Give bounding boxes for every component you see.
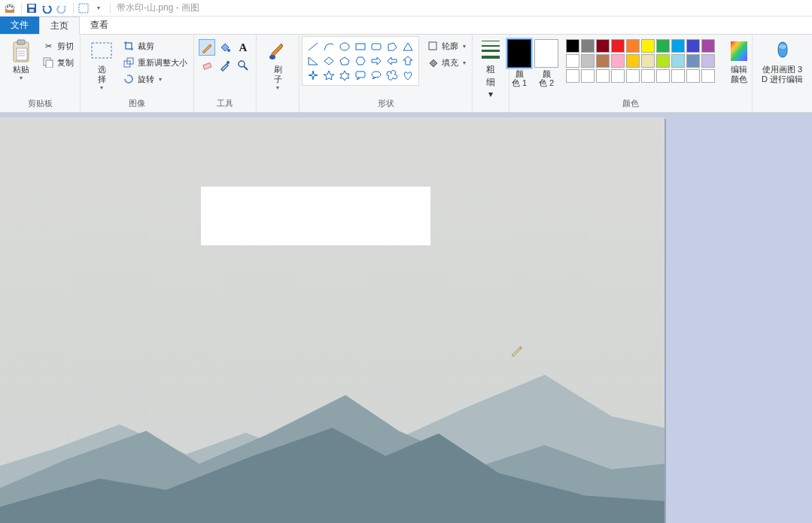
color2-well[interactable]: [534, 39, 558, 68]
shape-callout-rect[interactable]: [353, 68, 368, 82]
swatch[interactable]: [671, 54, 685, 68]
fill-button[interactable]: 填充 ▾: [425, 56, 467, 69]
shape-hexagon: [353, 54, 368, 68]
swatch[interactable]: [596, 69, 610, 83]
tab-home[interactable]: 主页: [39, 17, 80, 35]
qat-select-icon[interactable]: [77, 2, 90, 15]
swatch[interactable]: [596, 54, 610, 68]
fill-tool[interactable]: [217, 39, 233, 56]
crop-button[interactable]: 裁剪: [121, 39, 189, 53]
eraser-tool[interactable]: [199, 57, 215, 74]
cut-button[interactable]: ✂ 剪切: [41, 39, 75, 53]
swatch[interactable]: [641, 39, 655, 53]
copy-icon: [42, 56, 54, 68]
shape-star6[interactable]: [337, 68, 352, 82]
window-title: 带水印-山.png - 画图: [117, 2, 199, 14]
swatch[interactable]: [566, 69, 579, 83]
color1-well[interactable]: [507, 39, 531, 68]
shape-arrow-l[interactable]: [385, 54, 400, 68]
tab-bar: 文件 主页 查看: [0, 17, 812, 35]
save-icon[interactable]: [25, 2, 38, 15]
swatch[interactable]: [611, 69, 625, 83]
swatch[interactable]: [626, 54, 640, 68]
paste-button[interactable]: 粘贴 ▾: [5, 36, 38, 84]
swatch[interactable]: [581, 54, 595, 68]
swatch[interactable]: [671, 39, 685, 53]
svg-rect-6: [29, 5, 35, 8]
scissors-icon: ✂: [42, 40, 54, 52]
redo-icon[interactable]: [55, 2, 68, 15]
fill-icon: [427, 56, 439, 68]
swatch[interactable]: [566, 39, 579, 53]
swatch[interactable]: [686, 54, 700, 68]
color-palette: [560, 36, 718, 83]
chevron-down-icon: ▾: [276, 84, 279, 91]
swatch[interactable]: [626, 69, 640, 83]
tab-view[interactable]: 查看: [80, 17, 119, 34]
svg-point-22: [227, 61, 230, 64]
swatch[interactable]: [686, 69, 700, 83]
undo-icon[interactable]: [40, 2, 53, 15]
picker-tool[interactable]: [217, 57, 233, 74]
swatch[interactable]: [596, 39, 610, 53]
rotate-button[interactable]: 旋转 ▾: [121, 72, 189, 86]
shape-star5[interactable]: [321, 68, 336, 82]
shape-callout-oval[interactable]: [369, 68, 384, 82]
resize-button[interactable]: 重新调整大小: [121, 56, 189, 69]
tab-file[interactable]: 文件: [0, 17, 39, 34]
app-icon: [3, 2, 17, 15]
svg-rect-7: [29, 9, 34, 12]
shape-rtriangle[interactable]: [306, 54, 321, 68]
swatch[interactable]: [671, 69, 685, 83]
swatch[interactable]: [566, 54, 579, 68]
copy-button[interactable]: 复制: [41, 56, 75, 69]
swatch[interactable]: [701, 54, 715, 68]
swatch[interactable]: [656, 69, 670, 83]
text-tool[interactable]: A: [235, 39, 251, 56]
swatch[interactable]: [581, 69, 595, 83]
crop-icon: [123, 40, 135, 52]
magnifier-tool[interactable]: [235, 57, 251, 74]
swatch[interactable]: [701, 39, 715, 53]
shape-rect[interactable]: [353, 40, 368, 53]
swatch[interactable]: [656, 54, 670, 68]
paint3d-button[interactable]: 使用画图 3 D 进行编辑: [757, 36, 807, 87]
swatch[interactable]: [641, 54, 655, 68]
shape-oval[interactable]: [337, 40, 352, 53]
shape-gallery[interactable]: [302, 36, 419, 86]
swatch[interactable]: [641, 69, 655, 83]
shape-curve[interactable]: [321, 40, 336, 53]
swatch[interactable]: [626, 39, 640, 53]
shape-callout-cloud[interactable]: [385, 68, 400, 82]
svg-point-31: [372, 71, 381, 78]
shape-arrow-r[interactable]: [369, 54, 384, 68]
swatch[interactable]: [656, 39, 670, 53]
select-button[interactable]: 选 择 ▾: [85, 36, 118, 94]
shape-star4[interactable]: [306, 68, 321, 82]
svg-point-3: [9, 5, 11, 6]
shape-heart[interactable]: [400, 68, 415, 82]
shape-polygon[interactable]: [385, 40, 400, 53]
edit-colors-button[interactable]: 编辑 颜色: [722, 36, 756, 87]
size-button[interactable]: 粗 细 ▾: [477, 36, 504, 102]
canvas[interactable]: [0, 117, 665, 523]
shape-triangle[interactable]: [400, 40, 415, 53]
swatch[interactable]: [701, 69, 715, 83]
svg-line-24: [244, 66, 248, 70]
shape-pentagon[interactable]: [337, 54, 352, 68]
swatch[interactable]: [686, 39, 700, 53]
pencil-tool[interactable]: [199, 39, 215, 56]
qat-dropdown-icon[interactable]: ▾: [92, 2, 105, 15]
swatch[interactable]: [611, 39, 625, 53]
shape-arrow-u[interactable]: [400, 54, 415, 68]
brushes-button[interactable]: 刷 子 ▾: [261, 36, 294, 94]
shape-roundrect[interactable]: [369, 40, 384, 53]
outline-button[interactable]: 轮廓 ▾: [425, 39, 467, 53]
svg-rect-32: [429, 42, 436, 50]
shape-diamond[interactable]: [321, 54, 336, 68]
swatch[interactable]: [611, 54, 625, 68]
group-tools: A 工具: [194, 35, 257, 112]
workspace[interactable]: [0, 113, 812, 523]
shape-line[interactable]: [306, 40, 321, 53]
swatch[interactable]: [581, 39, 595, 53]
